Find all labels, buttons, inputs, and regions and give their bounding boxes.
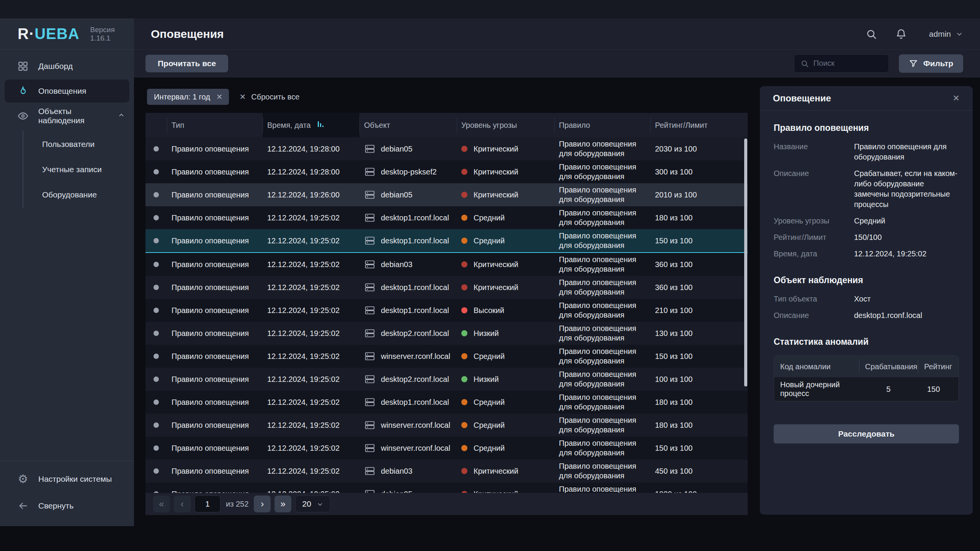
threat-level-dot (461, 261, 467, 267)
chip-close-icon[interactable]: ✕ (216, 92, 223, 101)
cell-type: Правило оповещения (167, 236, 263, 245)
bell-icon[interactable] (895, 28, 908, 41)
cell-rating: 180 из 100 (650, 421, 748, 430)
unread-dot (154, 285, 159, 290)
table-row[interactable]: Правило оповещения 12.12.2024, 19:25:02 … (145, 460, 748, 483)
threat-level-dot (461, 215, 467, 221)
column-unread (145, 113, 167, 137)
sidebar-item-collapse[interactable]: Свернуть (0, 492, 134, 519)
arrow-left-icon (17, 500, 29, 512)
sidebar-item-equipment[interactable]: Оборудование (0, 182, 134, 207)
panel-body: Правило оповещения Название Правило опов… (760, 111, 973, 443)
close-icon[interactable]: ✕ (953, 93, 960, 103)
table-scrollbar[interactable] (744, 139, 747, 386)
read-all-button[interactable]: Прочитать все (145, 55, 228, 72)
prev-page-button[interactable]: ‹ (174, 496, 191, 512)
table-row[interactable]: Правило оповещения 12.12.2024, 19:25:02 … (145, 206, 748, 229)
field-name: Название Правило оповещения для оборудов… (774, 142, 959, 162)
table-row[interactable]: Правило оповещения 12.12.2024, 19:25:02 … (145, 322, 748, 345)
table-row[interactable]: Правило оповещения 12.12.2024, 19:25:02 … (145, 253, 748, 276)
table-row[interactable]: Правило оповещения 12.12.2024, 19:25:02 … (145, 345, 748, 368)
table-row[interactable]: Правило оповещения 12.12.2024, 19:25:02 … (145, 229, 748, 253)
cell-threat-level: Средний (474, 214, 505, 222)
first-page-button[interactable]: « (153, 496, 170, 512)
cell-rule: Правило оповещения для оборудования (554, 139, 650, 158)
sidebar-item-users[interactable]: Пользователи (0, 132, 134, 157)
logo-name: UEBA (34, 25, 79, 42)
table-row[interactable]: Правило оповещения 12.12.2024, 19:25:02 … (145, 276, 748, 299)
table-row[interactable]: Правило оповещения 12.12.2024, 19:25:02 … (145, 299, 748, 322)
page-header: Оповещения admin (134, 18, 980, 50)
close-icon: ✕ (240, 92, 246, 101)
stats-table-row[interactable]: Новый дочерний процесс 5 150 (774, 377, 959, 401)
cell-type: Правило оповещения (167, 283, 263, 292)
page-size-select[interactable]: 20 (295, 496, 330, 512)
unread-dot (154, 354, 159, 359)
last-page-button[interactable]: » (274, 496, 291, 512)
cell-type: Правило оповещения (167, 467, 263, 476)
threat-level-dot (461, 353, 467, 359)
flame-icon (17, 85, 29, 97)
search-icon[interactable] (865, 28, 878, 41)
gear-icon: ⚙ (17, 473, 29, 485)
search-input[interactable] (813, 59, 875, 68)
cell-object: winserver.rconf.local (381, 352, 450, 361)
logo-letter: R (18, 25, 29, 42)
table-row[interactable]: Правило оповещения 12.12.2024, 19:25:02 … (145, 414, 748, 437)
unread-dot (154, 468, 159, 474)
column-object[interactable]: Объект (359, 113, 457, 137)
cell-object: debian05 (381, 191, 412, 199)
column-type[interactable]: Тип (167, 113, 263, 137)
filter-button[interactable]: Фильтр (899, 54, 963, 73)
threat-level-dot (461, 422, 467, 428)
chevron-up-icon (118, 112, 125, 121)
cell-datetime: 12.12.2024, 19:25:02 (263, 329, 359, 338)
sidebar-item-accounts[interactable]: Учетные записи (0, 157, 134, 182)
investigate-button[interactable]: Расследовать (774, 424, 959, 443)
next-page-button[interactable]: › (254, 496, 271, 512)
cell-type: Правило оповещения (167, 375, 263, 384)
sidebar-item-system-settings[interactable]: ⚙ Настройки системы (0, 466, 134, 492)
cell-rule: Правило оповещения для оборудования (554, 162, 650, 181)
column-datetime[interactable]: Время, дата (263, 113, 359, 137)
table-body: Правило оповещения 12.12.2024, 19:28:00 … (145, 137, 748, 493)
stats-column-rating: Рейтинг (918, 356, 959, 377)
table-row[interactable]: Правило оповещения 12.12.2024, 19:28:00 … (145, 160, 748, 183)
cell-datetime: 12.12.2024, 19:25:02 (263, 236, 359, 245)
page-number-input[interactable] (194, 496, 220, 512)
table-row[interactable]: Правило оповещения 12.12.2024, 19:25:02 … (145, 483, 748, 493)
server-icon (364, 350, 376, 362)
column-rule[interactable]: Правило (554, 113, 650, 137)
cell-rating: 300 из 100 (650, 168, 748, 176)
sidebar-item-dashboard[interactable]: Дашборд (0, 53, 134, 80)
table-row[interactable]: Правило оповещения 12.12.2024, 19:28:00 … (145, 137, 748, 160)
cell-threat-level: Низкий (474, 329, 499, 338)
logo-dot: · (29, 25, 34, 42)
sidebar-nav: Дашборд Оповещения Объекты наблюдения (0, 50, 134, 211)
cell-threat-level: Средний (474, 398, 505, 407)
threat-level-dot (461, 284, 467, 290)
table-row[interactable]: Правило оповещения 12.12.2024, 19:25:02 … (145, 368, 748, 391)
column-rating-limit[interactable]: Рейтинг/Лимит (650, 113, 748, 137)
column-threat-level[interactable]: Уровень угрозы (457, 113, 554, 137)
filter-chip-interval[interactable]: Интервал: 1 год ✕ (147, 89, 229, 105)
cell-rule: Правило оповещения для оборудования (554, 185, 650, 204)
stats-cell-rating: 150 (918, 377, 959, 401)
cell-datetime: 12.12.2024, 19:25:02 (263, 260, 359, 269)
cell-threat-level: Критический (474, 145, 518, 153)
page-title: Оповещения (151, 28, 224, 41)
server-icon (364, 143, 376, 155)
table-row[interactable]: Правило оповещения 12.12.2024, 19:25:02 … (145, 437, 748, 460)
field-threat-level: Уровень угрозы Средний (774, 216, 959, 226)
clear-all-filters[interactable]: ✕ Сбросить все (240, 92, 300, 101)
table-row[interactable]: Правило оповещения 12.12.2024, 19:26:00 … (145, 183, 748, 206)
cell-rating: 360 из 100 (650, 283, 748, 292)
sidebar-item-alerts[interactable]: Оповещения (5, 80, 129, 103)
table-row[interactable]: Правило оповещения 12.12.2024, 19:25:02 … (145, 391, 748, 414)
user-menu[interactable]: admin (929, 29, 963, 39)
unread-dot (154, 377, 159, 382)
app-logo: R·UEBA (18, 25, 80, 42)
sidebar-item-observed-objects[interactable]: Объекты наблюдения (0, 103, 134, 129)
cell-datetime: 12.12.2024, 19:28:00 (263, 145, 359, 153)
stats-cell-code: Новый дочерний процесс (774, 377, 859, 401)
